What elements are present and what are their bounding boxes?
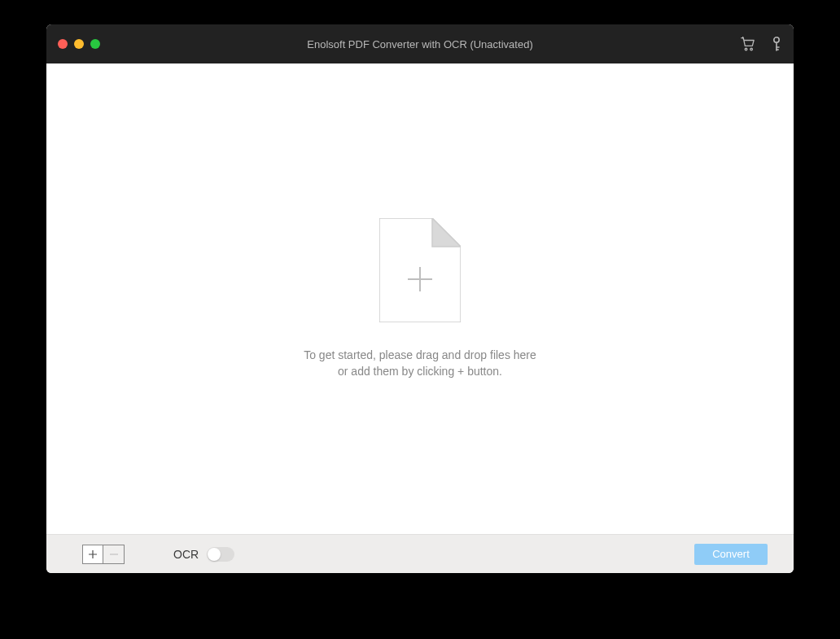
app-window: Enolsoft PDF Converter with OCR (Unactiv…	[46, 24, 794, 573]
ocr-toggle[interactable]	[207, 547, 234, 562]
ocr-toggle-knob	[208, 548, 221, 561]
add-file-button[interactable]	[82, 545, 103, 564]
svg-point-0	[745, 48, 747, 50]
document-plus-icon	[379, 218, 461, 322]
svg-point-2	[774, 37, 779, 42]
cart-icon[interactable]	[740, 37, 756, 51]
drop-hint-text: To get started, please drag and drop fil…	[304, 347, 536, 380]
close-window-button[interactable]	[58, 39, 68, 49]
add-remove-group	[82, 545, 125, 564]
svg-point-1	[750, 48, 753, 50]
fullscreen-window-button[interactable]	[90, 39, 100, 49]
drop-hint-line2: or add them by clicking + button.	[304, 363, 536, 379]
key-icon[interactable]	[771, 36, 782, 52]
remove-file-button	[103, 545, 125, 564]
ocr-label: OCR	[173, 548, 199, 561]
window-controls	[58, 39, 100, 49]
svg-marker-4	[432, 218, 461, 247]
drop-hint-line1: To get started, please drag and drop fil…	[304, 347, 536, 363]
titlebar-actions	[740, 36, 782, 52]
titlebar: Enolsoft PDF Converter with OCR (Unactiv…	[46, 24, 794, 63]
drop-area[interactable]: To get started, please drag and drop fil…	[46, 63, 794, 534]
minimize-window-button[interactable]	[74, 39, 84, 49]
window-title: Enolsoft PDF Converter with OCR (Unactiv…	[46, 38, 794, 50]
convert-button[interactable]: Convert	[694, 544, 768, 565]
footer-toolbar: OCR Convert	[46, 534, 794, 573]
ocr-group: OCR	[173, 547, 234, 562]
